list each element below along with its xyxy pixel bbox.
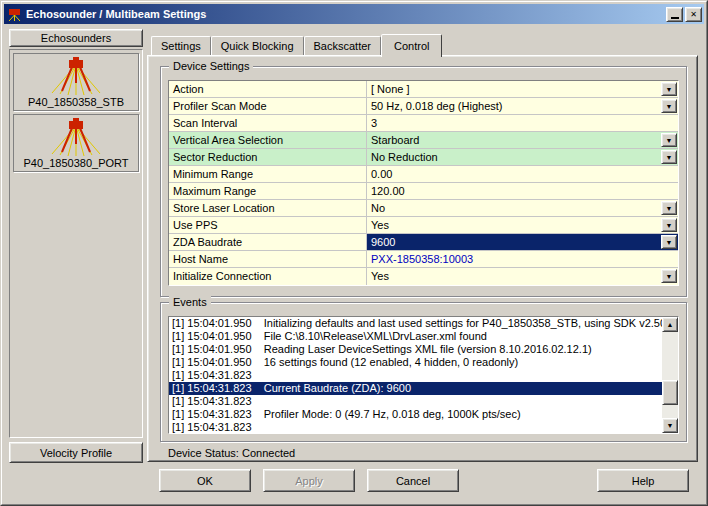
settings-row-zda-baudrate: ZDA Baudrate 9600 ▼ bbox=[169, 234, 678, 251]
scroll-down-icon: ▼ bbox=[667, 422, 674, 429]
chevron-down-icon: ▼ bbox=[666, 205, 673, 212]
apply-button[interactable]: Apply bbox=[263, 469, 355, 492]
device-status: Device Status: Connected bbox=[168, 447, 295, 459]
dropdown-button[interactable]: ▼ bbox=[661, 201, 677, 215]
chevron-down-icon: ▼ bbox=[666, 222, 673, 229]
dropdown-button[interactable]: ▼ bbox=[661, 235, 677, 249]
chevron-down-icon: ▼ bbox=[666, 137, 673, 144]
event-line[interactable]: [1] 15:04:31.823 bbox=[169, 395, 662, 408]
help-button[interactable]: Help bbox=[597, 469, 689, 492]
setting-value-dropdown[interactable]: 50 Hz, 0.018 deg (Highest) ▼ bbox=[367, 98, 678, 114]
device-label: P40_1850380_PORT bbox=[24, 157, 129, 169]
tab-settings[interactable]: Settings bbox=[151, 36, 211, 55]
settings-row-store-laser-location: Store Laser Location No ▼ bbox=[169, 200, 678, 217]
settings-row-scan-interval: Scan Interval 3 bbox=[169, 115, 678, 132]
setting-label: Vertical Area Selection bbox=[169, 132, 367, 148]
settings-row-profiler-scan-mode: Profiler Scan Mode 50 Hz, 0.018 deg (Hig… bbox=[169, 98, 678, 115]
ok-button[interactable]: OK bbox=[159, 469, 251, 492]
setting-label: Store Laser Location bbox=[169, 200, 367, 216]
event-line[interactable]: [1] 15:04:01.950 File C:\8.10\Release\XM… bbox=[169, 330, 662, 343]
setting-value-input[interactable]: 120.00 bbox=[367, 183, 678, 199]
device-item-p40-stb[interactable]: P40_1850358_STB bbox=[13, 53, 139, 111]
sonar-icon bbox=[46, 57, 106, 95]
setting-value-dropdown[interactable]: No Reduction ▼ bbox=[367, 149, 678, 165]
settings-grid: Action [ None ] ▼ Profiler Scan Mode 50 … bbox=[168, 80, 679, 286]
setting-value-dropdown-selected[interactable]: 9600 ▼ bbox=[367, 234, 678, 250]
group-title: Device Settings bbox=[169, 60, 253, 72]
setting-value-dropdown[interactable]: No ▼ bbox=[367, 200, 678, 216]
dropdown-button[interactable]: ▼ bbox=[661, 133, 677, 147]
chevron-down-icon: ▼ bbox=[666, 273, 673, 280]
events-scrollbar[interactable]: ▲ ▼ bbox=[662, 317, 678, 433]
settings-dialog: Echosounder / Multibeam Settings ✕ Echos… bbox=[0, 0, 708, 506]
events-group: Events [1] 15:04:01.950 Initializing def… bbox=[160, 302, 687, 442]
scrollbar-track[interactable] bbox=[662, 332, 678, 418]
dropdown-button[interactable]: ▼ bbox=[661, 218, 677, 232]
dropdown-button[interactable]: ▼ bbox=[661, 150, 677, 164]
tab-bar: Settings Quick Blocking Backscatter Cont… bbox=[151, 35, 442, 55]
setting-label: Action bbox=[169, 81, 367, 97]
setting-value-input[interactable]: PXX-1850358:10003 bbox=[367, 251, 678, 267]
settings-row-action: Action [ None ] ▼ bbox=[169, 81, 678, 98]
tab-quick-blocking[interactable]: Quick Blocking bbox=[211, 36, 304, 55]
app-icon bbox=[7, 7, 22, 22]
chevron-down-icon: ▼ bbox=[666, 103, 673, 110]
setting-label: Host Name bbox=[169, 251, 367, 267]
setting-value-input[interactable]: 0.00 bbox=[367, 166, 678, 182]
scroll-up-icon: ▲ bbox=[667, 321, 674, 328]
setting-label: Minimum Range bbox=[169, 166, 367, 182]
setting-value-dropdown[interactable]: Yes ▼ bbox=[367, 268, 678, 285]
event-line[interactable]: [1] 15:04:01.950 Initializing defaults a… bbox=[169, 317, 662, 330]
settings-row-use-pps: Use PPS Yes ▼ bbox=[169, 217, 678, 234]
event-line[interactable]: [1] 15:04:01.950 16 settings found (12 e… bbox=[169, 356, 662, 369]
settings-row-minimum-range: Minimum Range 0.00 bbox=[169, 166, 678, 183]
group-title: Events bbox=[169, 296, 211, 308]
event-line[interactable]: [1] 15:04:01.950 Reading Laser DeviceSet… bbox=[169, 343, 662, 356]
device-settings-group: Device Settings Action [ None ] ▼ Profil… bbox=[160, 66, 687, 297]
velocity-profile-button[interactable]: Velocity Profile bbox=[9, 442, 143, 463]
chevron-down-icon: ▼ bbox=[666, 239, 673, 246]
dropdown-button[interactable]: ▼ bbox=[661, 99, 677, 113]
setting-value-dropdown[interactable]: [ None ] ▼ bbox=[367, 81, 678, 97]
echosounders-header: Echosounders bbox=[9, 29, 143, 47]
setting-label: ZDA Baudrate bbox=[169, 234, 367, 250]
settings-row-maximum-range: Maximum Range 120.00 bbox=[169, 183, 678, 200]
close-icon: ✕ bbox=[690, 10, 697, 19]
tab-control[interactable]: Control bbox=[381, 34, 442, 57]
chevron-down-icon: ▼ bbox=[666, 86, 673, 93]
minimize-button[interactable] bbox=[666, 7, 683, 22]
control-tab-panel: Device Settings Action [ None ] ▼ Profil… bbox=[147, 55, 698, 462]
chevron-down-icon: ▼ bbox=[666, 154, 673, 161]
echosounder-list: P40_1850358_STB P40_1850380_PORT bbox=[9, 49, 143, 438]
scroll-up-button[interactable]: ▲ bbox=[662, 317, 678, 332]
scroll-down-button[interactable]: ▼ bbox=[662, 418, 678, 433]
setting-value-dropdown[interactable]: Starboard ▼ bbox=[367, 132, 678, 148]
device-item-p40-port[interactable]: P40_1850380_PORT bbox=[13, 114, 139, 172]
scrollbar-thumb[interactable] bbox=[662, 380, 678, 405]
cancel-button[interactable]: Cancel bbox=[367, 469, 459, 492]
setting-value-dropdown[interactable]: Yes ▼ bbox=[367, 217, 678, 233]
setting-label: Scan Interval bbox=[169, 115, 367, 131]
setting-label: Initialize Connection bbox=[169, 268, 367, 285]
setting-label: Profiler Scan Mode bbox=[169, 98, 367, 114]
close-button[interactable]: ✕ bbox=[685, 7, 702, 22]
settings-row-vertical-area-selection: Vertical Area Selection Starboard ▼ bbox=[169, 132, 678, 149]
sonar-icon bbox=[46, 118, 106, 156]
event-line-selected[interactable]: [1] 15:04:31.823 Current Baudrate (ZDA):… bbox=[169, 382, 662, 395]
device-label: P40_1850358_STB bbox=[28, 96, 124, 108]
settings-row-initialize-connection: Initialize Connection Yes ▼ bbox=[169, 268, 678, 285]
event-line[interactable]: [1] 15:04:31.823 Profiler Mode: 0 (49.7 … bbox=[169, 408, 662, 421]
setting-label: Sector Reduction bbox=[169, 149, 367, 165]
events-list: [1] 15:04:01.950 Initializing defaults a… bbox=[168, 316, 679, 434]
event-line[interactable]: [1] 15:04:31.823 bbox=[169, 421, 662, 433]
event-line[interactable]: [1] 15:04:31.823 bbox=[169, 369, 662, 382]
tab-backscatter[interactable]: Backscatter bbox=[304, 36, 381, 55]
titlebar[interactable]: Echosounder / Multibeam Settings ✕ bbox=[4, 4, 704, 24]
setting-label: Maximum Range bbox=[169, 183, 367, 199]
window-title: Echosounder / Multibeam Settings bbox=[26, 8, 664, 20]
minimize-icon bbox=[671, 17, 679, 19]
dropdown-button[interactable]: ▼ bbox=[661, 82, 677, 96]
dropdown-button[interactable]: ▼ bbox=[661, 269, 677, 283]
settings-row-host-name: Host Name PXX-1850358:10003 bbox=[169, 251, 678, 268]
setting-value-input[interactable]: 3 bbox=[367, 115, 678, 131]
